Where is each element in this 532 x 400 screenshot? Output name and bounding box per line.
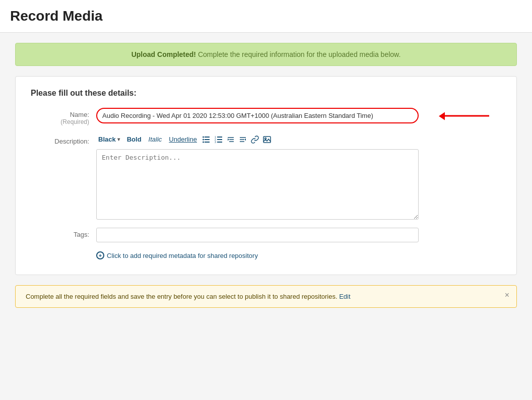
svg-rect-8 bbox=[217, 142, 222, 143]
underline-button[interactable]: Underline bbox=[167, 135, 199, 144]
svg-point-4 bbox=[203, 139, 204, 140]
warning-banner: Complete all the required fields and sav… bbox=[15, 285, 517, 308]
indent-left-icon[interactable] bbox=[226, 135, 235, 144]
svg-rect-1 bbox=[205, 139, 210, 140]
unordered-list-icon[interactable] bbox=[202, 135, 211, 144]
description-textarea-row bbox=[31, 149, 501, 220]
add-metadata-link[interactable]: + Click to add required metadata for sha… bbox=[96, 251, 258, 259]
svg-rect-7 bbox=[217, 139, 222, 140]
description-toolbar: Black ▾ Bold Italic Underline 123 bbox=[96, 135, 419, 144]
tags-row: Tags: bbox=[31, 228, 501, 242]
chevron-down-icon: ▾ bbox=[117, 137, 120, 142]
tags-input[interactable] bbox=[96, 228, 419, 242]
description-label-spacer bbox=[31, 149, 96, 152]
svg-rect-2 bbox=[205, 142, 210, 143]
plus-circle-icon: + bbox=[96, 251, 104, 259]
description-label: Description: bbox=[31, 135, 96, 145]
page-header: Record Media bbox=[0, 0, 532, 33]
warning-text: Complete all the required fields and sav… bbox=[26, 293, 338, 300]
description-toolbar-row: Description: Black ▾ Bold Italic Underli… bbox=[31, 135, 501, 145]
svg-point-5 bbox=[203, 141, 204, 143]
italic-button[interactable]: Italic bbox=[147, 135, 164, 144]
svg-point-3 bbox=[203, 136, 204, 138]
success-banner-text: Complete the required information for th… bbox=[196, 50, 401, 58]
success-banner: Upload Completed! Complete the required … bbox=[15, 43, 517, 66]
indent-right-icon[interactable] bbox=[238, 135, 247, 144]
success-banner-bold: Upload Completed! bbox=[131, 50, 196, 58]
name-input[interactable] bbox=[96, 108, 419, 123]
bold-button[interactable]: Bold bbox=[125, 135, 144, 144]
ordered-list-icon[interactable]: 123 bbox=[214, 135, 223, 144]
svg-rect-18 bbox=[263, 137, 271, 143]
arrow-line bbox=[444, 115, 489, 116]
name-input-wrapper bbox=[96, 108, 419, 123]
form-card-title: Please fill out these details: bbox=[31, 89, 501, 98]
color-picker-button[interactable]: Black ▾ bbox=[96, 135, 122, 144]
color-label: Black bbox=[98, 136, 116, 143]
page-title: Record Media bbox=[10, 8, 522, 24]
name-row: Name: (Required) bbox=[31, 108, 501, 125]
svg-rect-6 bbox=[217, 137, 222, 138]
warning-close-button[interactable]: × bbox=[505, 291, 509, 300]
svg-text:3: 3 bbox=[215, 141, 216, 144]
svg-rect-0 bbox=[205, 137, 210, 138]
tags-label: Tags: bbox=[31, 228, 96, 238]
image-icon[interactable] bbox=[262, 135, 272, 144]
metadata-link-text: Click to add required metadata for share… bbox=[107, 252, 258, 259]
name-label: Name: (Required) bbox=[31, 108, 96, 125]
description-textarea[interactable] bbox=[96, 149, 419, 220]
form-card: Please fill out these details: Name: (Re… bbox=[15, 76, 517, 275]
warning-edit-link[interactable]: Edit bbox=[339, 293, 350, 300]
metadata-link-row: + Click to add required metadata for sha… bbox=[96, 251, 501, 259]
arrow-indicator bbox=[444, 115, 489, 116]
link-icon[interactable] bbox=[250, 135, 259, 144]
